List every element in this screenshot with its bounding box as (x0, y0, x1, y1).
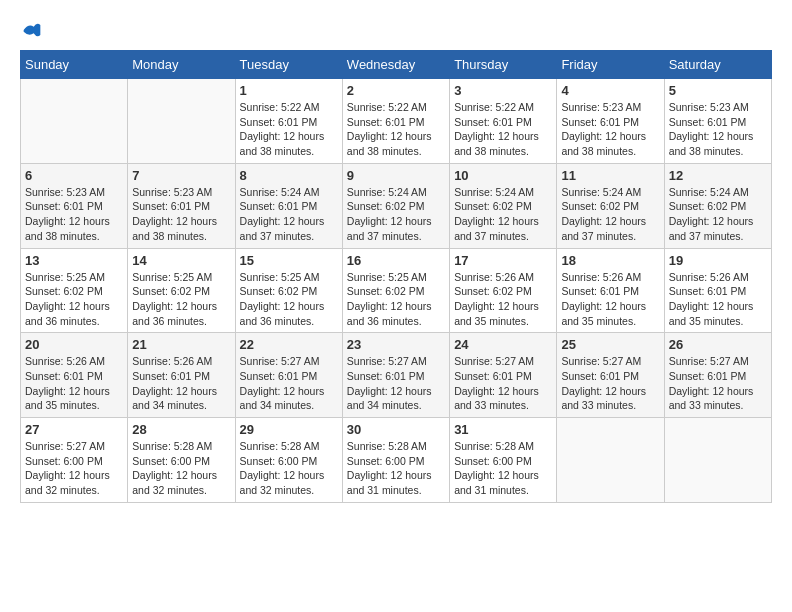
calendar-cell: 21Sunrise: 5:26 AMSunset: 6:01 PMDayligh… (128, 333, 235, 418)
calendar-cell: 2Sunrise: 5:22 AMSunset: 6:01 PMDaylight… (342, 79, 449, 164)
day-number: 27 (25, 422, 123, 437)
calendar-cell (557, 418, 664, 503)
day-number: 3 (454, 83, 552, 98)
day-number: 14 (132, 253, 230, 268)
day-info: Sunrise: 5:27 AMSunset: 6:01 PMDaylight:… (669, 354, 767, 413)
calendar-cell: 28Sunrise: 5:28 AMSunset: 6:00 PMDayligh… (128, 418, 235, 503)
calendar-cell: 14Sunrise: 5:25 AMSunset: 6:02 PMDayligh… (128, 248, 235, 333)
day-number: 18 (561, 253, 659, 268)
day-info: Sunrise: 5:27 AMSunset: 6:00 PMDaylight:… (25, 439, 123, 498)
day-number: 2 (347, 83, 445, 98)
week-row-2: 6Sunrise: 5:23 AMSunset: 6:01 PMDaylight… (21, 163, 772, 248)
calendar-cell: 13Sunrise: 5:25 AMSunset: 6:02 PMDayligh… (21, 248, 128, 333)
calendar-cell: 9Sunrise: 5:24 AMSunset: 6:02 PMDaylight… (342, 163, 449, 248)
calendar-cell: 24Sunrise: 5:27 AMSunset: 6:01 PMDayligh… (450, 333, 557, 418)
day-info: Sunrise: 5:28 AMSunset: 6:00 PMDaylight:… (132, 439, 230, 498)
day-number: 31 (454, 422, 552, 437)
day-info: Sunrise: 5:23 AMSunset: 6:01 PMDaylight:… (561, 100, 659, 159)
weekday-header-thursday: Thursday (450, 51, 557, 79)
calendar-cell: 17Sunrise: 5:26 AMSunset: 6:02 PMDayligh… (450, 248, 557, 333)
calendar-cell: 23Sunrise: 5:27 AMSunset: 6:01 PMDayligh… (342, 333, 449, 418)
day-info: Sunrise: 5:24 AMSunset: 6:02 PMDaylight:… (454, 185, 552, 244)
day-info: Sunrise: 5:26 AMSunset: 6:01 PMDaylight:… (561, 270, 659, 329)
day-info: Sunrise: 5:22 AMSunset: 6:01 PMDaylight:… (454, 100, 552, 159)
weekday-header-saturday: Saturday (664, 51, 771, 79)
day-info: Sunrise: 5:27 AMSunset: 6:01 PMDaylight:… (454, 354, 552, 413)
day-number: 9 (347, 168, 445, 183)
calendar-cell: 1Sunrise: 5:22 AMSunset: 6:01 PMDaylight… (235, 79, 342, 164)
calendar-cell: 8Sunrise: 5:24 AMSunset: 6:01 PMDaylight… (235, 163, 342, 248)
calendar-cell: 26Sunrise: 5:27 AMSunset: 6:01 PMDayligh… (664, 333, 771, 418)
day-info: Sunrise: 5:28 AMSunset: 6:00 PMDaylight:… (454, 439, 552, 498)
day-info: Sunrise: 5:24 AMSunset: 6:01 PMDaylight:… (240, 185, 338, 244)
day-number: 30 (347, 422, 445, 437)
day-number: 8 (240, 168, 338, 183)
day-number: 25 (561, 337, 659, 352)
day-number: 4 (561, 83, 659, 98)
page-header (20, 20, 772, 40)
logo (20, 20, 42, 40)
calendar-cell: 10Sunrise: 5:24 AMSunset: 6:02 PMDayligh… (450, 163, 557, 248)
calendar-cell (128, 79, 235, 164)
day-number: 26 (669, 337, 767, 352)
day-number: 22 (240, 337, 338, 352)
day-info: Sunrise: 5:26 AMSunset: 6:01 PMDaylight:… (25, 354, 123, 413)
calendar-cell: 27Sunrise: 5:27 AMSunset: 6:00 PMDayligh… (21, 418, 128, 503)
day-info: Sunrise: 5:23 AMSunset: 6:01 PMDaylight:… (669, 100, 767, 159)
day-number: 21 (132, 337, 230, 352)
calendar-cell: 31Sunrise: 5:28 AMSunset: 6:00 PMDayligh… (450, 418, 557, 503)
day-info: Sunrise: 5:27 AMSunset: 6:01 PMDaylight:… (561, 354, 659, 413)
day-info: Sunrise: 5:22 AMSunset: 6:01 PMDaylight:… (240, 100, 338, 159)
week-row-4: 20Sunrise: 5:26 AMSunset: 6:01 PMDayligh… (21, 333, 772, 418)
day-number: 1 (240, 83, 338, 98)
calendar-cell: 12Sunrise: 5:24 AMSunset: 6:02 PMDayligh… (664, 163, 771, 248)
weekday-header-sunday: Sunday (21, 51, 128, 79)
day-number: 17 (454, 253, 552, 268)
day-info: Sunrise: 5:24 AMSunset: 6:02 PMDaylight:… (347, 185, 445, 244)
day-info: Sunrise: 5:25 AMSunset: 6:02 PMDaylight:… (240, 270, 338, 329)
calendar-cell: 3Sunrise: 5:22 AMSunset: 6:01 PMDaylight… (450, 79, 557, 164)
day-number: 23 (347, 337, 445, 352)
day-number: 28 (132, 422, 230, 437)
day-number: 15 (240, 253, 338, 268)
day-info: Sunrise: 5:22 AMSunset: 6:01 PMDaylight:… (347, 100, 445, 159)
day-info: Sunrise: 5:24 AMSunset: 6:02 PMDaylight:… (561, 185, 659, 244)
calendar-cell: 20Sunrise: 5:26 AMSunset: 6:01 PMDayligh… (21, 333, 128, 418)
calendar-cell (664, 418, 771, 503)
calendar-table: SundayMondayTuesdayWednesdayThursdayFrid… (20, 50, 772, 503)
week-row-3: 13Sunrise: 5:25 AMSunset: 6:02 PMDayligh… (21, 248, 772, 333)
day-number: 12 (669, 168, 767, 183)
day-info: Sunrise: 5:25 AMSunset: 6:02 PMDaylight:… (347, 270, 445, 329)
calendar-cell: 16Sunrise: 5:25 AMSunset: 6:02 PMDayligh… (342, 248, 449, 333)
weekday-header-tuesday: Tuesday (235, 51, 342, 79)
weekday-header-row: SundayMondayTuesdayWednesdayThursdayFrid… (21, 51, 772, 79)
day-number: 10 (454, 168, 552, 183)
calendar-cell: 6Sunrise: 5:23 AMSunset: 6:01 PMDaylight… (21, 163, 128, 248)
day-info: Sunrise: 5:25 AMSunset: 6:02 PMDaylight:… (132, 270, 230, 329)
logo-icon (22, 20, 42, 40)
weekday-header-friday: Friday (557, 51, 664, 79)
day-info: Sunrise: 5:28 AMSunset: 6:00 PMDaylight:… (347, 439, 445, 498)
day-number: 6 (25, 168, 123, 183)
day-number: 19 (669, 253, 767, 268)
day-info: Sunrise: 5:26 AMSunset: 6:02 PMDaylight:… (454, 270, 552, 329)
day-number: 7 (132, 168, 230, 183)
calendar-cell (21, 79, 128, 164)
weekday-header-wednesday: Wednesday (342, 51, 449, 79)
calendar-cell: 22Sunrise: 5:27 AMSunset: 6:01 PMDayligh… (235, 333, 342, 418)
week-row-1: 1Sunrise: 5:22 AMSunset: 6:01 PMDaylight… (21, 79, 772, 164)
calendar-cell: 5Sunrise: 5:23 AMSunset: 6:01 PMDaylight… (664, 79, 771, 164)
day-number: 11 (561, 168, 659, 183)
calendar-cell: 11Sunrise: 5:24 AMSunset: 6:02 PMDayligh… (557, 163, 664, 248)
day-info: Sunrise: 5:27 AMSunset: 6:01 PMDaylight:… (347, 354, 445, 413)
calendar-cell: 30Sunrise: 5:28 AMSunset: 6:00 PMDayligh… (342, 418, 449, 503)
day-info: Sunrise: 5:23 AMSunset: 6:01 PMDaylight:… (132, 185, 230, 244)
calendar-cell: 19Sunrise: 5:26 AMSunset: 6:01 PMDayligh… (664, 248, 771, 333)
day-info: Sunrise: 5:27 AMSunset: 6:01 PMDaylight:… (240, 354, 338, 413)
day-number: 20 (25, 337, 123, 352)
calendar-cell: 7Sunrise: 5:23 AMSunset: 6:01 PMDaylight… (128, 163, 235, 248)
day-number: 5 (669, 83, 767, 98)
day-number: 29 (240, 422, 338, 437)
calendar-cell: 15Sunrise: 5:25 AMSunset: 6:02 PMDayligh… (235, 248, 342, 333)
day-info: Sunrise: 5:23 AMSunset: 6:01 PMDaylight:… (25, 185, 123, 244)
